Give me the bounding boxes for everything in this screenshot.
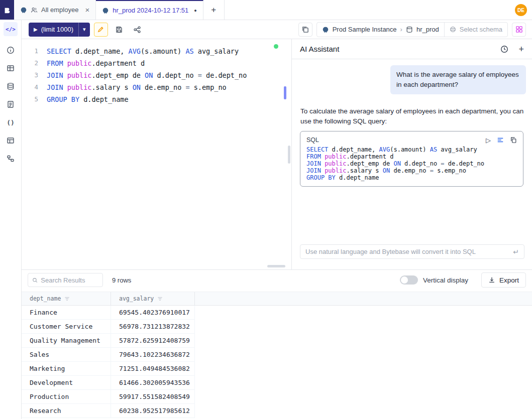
share-button[interactable] [130, 23, 144, 37]
cell-dept-name[interactable]: Customer Service [22, 320, 111, 333]
instance-selector[interactable]: Prod Sample Instance › hr_prod [317, 23, 444, 37]
admin-wand-button[interactable] [94, 23, 108, 37]
search-results-input[interactable] [41, 276, 98, 284]
schema-icon [450, 26, 456, 33]
line-number: 5 [22, 93, 38, 105]
left-sidebar: </> () [0, 20, 22, 419]
export-button[interactable]: Export [481, 272, 526, 288]
sidebar-item-sheet[interactable] [4, 133, 18, 148]
run-query-button[interactable]: ▶ (limit 1000) ▾ [29, 23, 90, 37]
table-row[interactable]: Marketing71251.049484536082 [22, 362, 195, 376]
table-row[interactable]: Research60238.952517985612 [22, 404, 195, 418]
cell-avg-salary[interactable]: 60238.952517985612 [111, 404, 195, 417]
ai-assistant-header: AI Assistant + [292, 39, 532, 59]
table-row[interactable]: Finance69545.402376910017 [22, 306, 195, 320]
tab-label: hr_prod 2024-10-12 17:51 [113, 7, 188, 14]
schema-panel-button[interactable] [512, 23, 526, 37]
table-row[interactable]: Development61466.302005943536 [22, 376, 195, 390]
table-row[interactable]: Quality Management57872.625912408759 [22, 334, 195, 348]
search-icon [32, 277, 38, 284]
cell-avg-salary[interactable]: 59917.551582408549 [111, 390, 195, 403]
code-line: JOIN public.dept_emp de ON d.dept_no = d… [306, 160, 517, 167]
code-line: 1SELECT d.dept_name, AVG(s.amount) AS av… [22, 45, 283, 57]
layout-button[interactable] [298, 23, 312, 37]
share-icon [133, 26, 141, 34]
cell-dept-name[interactable]: Marketing [22, 362, 111, 375]
line-number: 3 [22, 69, 38, 81]
insert-into-editor-icon[interactable] [497, 136, 504, 144]
cell-dept-name[interactable]: Quality Management [22, 334, 111, 347]
cell-dept-name[interactable]: Research [22, 404, 111, 417]
new-chat-button[interactable]: + [518, 45, 524, 54]
avatar[interactable]: DE [515, 4, 527, 16]
sidebar-item-checklist[interactable] [4, 97, 18, 111]
editor-scrollbar-thumb[interactable] [284, 86, 286, 99]
export-label: Export [499, 276, 519, 284]
cell-dept-name[interactable]: Development [22, 376, 111, 389]
cell-dept-name[interactable]: Finance [22, 306, 111, 319]
cell-avg-salary[interactable]: 57872.625912408759 [111, 334, 195, 347]
results-table-body: Finance69545.402376910017Customer Servic… [22, 306, 532, 418]
cell-avg-salary[interactable]: 79643.102234636872 [111, 348, 195, 361]
return-icon: ↵ [513, 248, 519, 256]
instance-name: Prod Sample Instance [333, 26, 397, 33]
ai-assistant-panel: AI Assistant + What is the average salar… [291, 39, 532, 269]
sql-editor-code: 1SELECT d.dept_name, AVG(s.amount) AS av… [22, 45, 283, 105]
column-header-avg-salary[interactable]: avg_salary [111, 292, 195, 305]
results-toolbar: 9 rows Vertical display Export [22, 272, 532, 288]
sidebar-item-tables[interactable] [4, 61, 18, 75]
sidebar-item-worksheet[interactable]: </> [4, 22, 18, 36]
table-row[interactable]: Customer Service56978.731213872832 [22, 320, 195, 334]
row-count: 9 rows [112, 276, 131, 284]
new-tab-button[interactable]: + [203, 0, 225, 20]
cell-avg-salary[interactable]: 61466.302005943536 [111, 376, 195, 389]
postgres-icon [102, 7, 109, 14]
cell-dept-name[interactable]: Sales [22, 348, 111, 361]
tab-hr-prod[interactable]: hr_prod 2024-10-12 17:51 ● [96, 0, 203, 20]
code-line: SELECT d.dept_name, AVG(s.amount) AS avg… [306, 146, 517, 153]
layout-icon [301, 26, 309, 33]
results-table: dept_name avg_salary Finance69545.402376… [22, 292, 532, 418]
postgres-icon [20, 7, 27, 14]
sql-editor[interactable]: 1SELECT d.dept_name, AVG(s.amount) AS av… [22, 39, 283, 266]
sidebar-item-schema-diagram[interactable] [4, 152, 18, 166]
horizontal-splitter-handle[interactable] [267, 265, 285, 267]
cell-avg-salary[interactable]: 69545.402376910017 [111, 306, 195, 319]
close-icon[interactable]: × [85, 6, 89, 14]
sheet-icon [7, 136, 15, 145]
connection-status-dot [274, 44, 278, 49]
sidebar-item-parameters[interactable]: () [4, 115, 18, 129]
run-options-dropdown[interactable]: ▾ [78, 23, 90, 37]
sort-icon[interactable] [157, 296, 163, 302]
postgres-icon [322, 26, 329, 33]
sidebar-item-info[interactable] [4, 43, 18, 57]
vertical-splitter-handle[interactable] [288, 146, 290, 164]
table-row[interactable]: Production59917.551582408549 [22, 390, 195, 404]
search-box [28, 273, 103, 287]
code-line: 2FROM public.department d [22, 57, 283, 69]
vertical-display-toggle[interactable] [400, 275, 418, 285]
history-clock-icon[interactable] [500, 45, 508, 53]
save-icon [115, 26, 123, 34]
cell-dept-name[interactable]: Production [22, 390, 111, 403]
wand-icon [97, 26, 104, 33]
schema-selector[interactable]: Select schema [444, 23, 507, 37]
user-message-bubble: What is the average salary of employees … [390, 65, 526, 94]
ai-prompt-input[interactable] [305, 248, 509, 255]
save-button[interactable] [112, 23, 126, 37]
bytebase-logo-icon [4, 7, 11, 14]
code-line: FROM public.department d [306, 153, 517, 160]
run-button-label: (limit 1000) [41, 26, 73, 33]
column-header-dept-name[interactable]: dept_name [22, 292, 111, 305]
sidebar-item-database[interactable] [4, 79, 18, 93]
table-row[interactable]: Sales79643.102234636872 [22, 348, 195, 362]
cell-avg-salary[interactable]: 71251.049484536082 [111, 362, 195, 375]
tab-all-employee[interactable]: All employee × [14, 0, 96, 20]
copy-icon[interactable] [510, 136, 517, 144]
bytebase-logo[interactable] [0, 0, 14, 20]
ai-prompt-box: ↵ [300, 244, 524, 259]
cell-avg-salary[interactable]: 56978.731213872832 [111, 320, 195, 333]
sort-icon[interactable] [64, 296, 70, 302]
column-header-filler [195, 292, 532, 305]
run-snippet-icon[interactable]: ▷ [486, 136, 491, 144]
